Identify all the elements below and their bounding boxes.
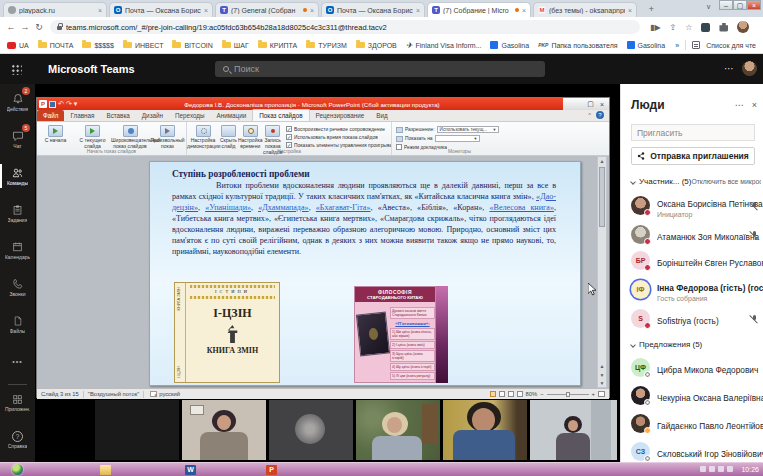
bookmark-gasolina-2[interactable]: Gasolina bbox=[627, 41, 666, 49]
bookmark-invest[interactable]: ИНВЕСТ bbox=[123, 42, 164, 49]
suggestion-row[interactable]: СЗ Скловський Ігор Зіновійовича bbox=[631, 442, 763, 461]
save-icon[interactable] bbox=[49, 101, 56, 108]
zoom-knob[interactable] bbox=[566, 392, 570, 397]
rail-item-chat[interactable]: Чат 5 bbox=[0, 121, 35, 158]
browser-profile-avatar[interactable] bbox=[737, 21, 749, 33]
video-tile-camera-off[interactable] bbox=[95, 400, 179, 460]
ribbon-tab-home[interactable]: Главная bbox=[64, 110, 100, 121]
ribbon-tab-design[interactable]: Дизайн bbox=[136, 110, 169, 121]
close-button[interactable]: × bbox=[747, 0, 761, 10]
browser-tab-playpack[interactable]: playpack.ru × bbox=[3, 2, 107, 17]
slide-canvas[interactable]: Ступінь розробленості проблеми Витоки пр… bbox=[149, 161, 581, 386]
mic-off-icon[interactable] bbox=[750, 201, 759, 210]
bookmark-shag[interactable]: ШАГ bbox=[222, 42, 249, 49]
suggestion-row[interactable]: ЦФ Цибра Микола Федорович bbox=[631, 358, 763, 377]
ribbon-tab-file[interactable]: Файл bbox=[37, 110, 64, 121]
ribbon-tab-review[interactable]: Рецензирование bbox=[310, 110, 371, 121]
system-tray[interactable] bbox=[700, 466, 733, 472]
ribbon-tab-animations[interactable]: Анимации bbox=[211, 110, 253, 121]
share-invitation-button[interactable]: Отправка приглашения bbox=[631, 147, 755, 165]
bookmark-user-folder[interactable]: PKPПапка пользователя bbox=[538, 42, 617, 49]
browser-tab-meeting-active[interactable]: T (7) Собрание | Micro × bbox=[427, 2, 531, 17]
language-indicator[interactable]: русский bbox=[159, 391, 180, 397]
rail-item-help[interactable]: ? Справка bbox=[0, 421, 35, 458]
btn-custom-show[interactable]: Произвольный показ bbox=[149, 124, 186, 150]
btn-broadcast[interactable]: Широковещательный показ слайдов bbox=[111, 124, 149, 150]
bookmark-kripta[interactable]: КРИПТА bbox=[258, 42, 298, 49]
extension-icon[interactable] bbox=[701, 23, 710, 32]
hyperlink-dhammapada[interactable]: «Дхаммапада» bbox=[258, 203, 308, 212]
app-launcher-waffle-icon[interactable] bbox=[11, 64, 22, 75]
qat-dropdown-icon[interactable]: ▾ bbox=[74, 100, 78, 108]
zoom-slider[interactable] bbox=[547, 394, 589, 395]
slideshow-view-icon[interactable] bbox=[517, 391, 523, 397]
tab-close-icon[interactable]: × bbox=[98, 7, 102, 14]
ribbon-tab-transitions[interactable]: Переходы bbox=[169, 110, 211, 121]
resolution-dropdown[interactable]: Использовать текущ...▾ bbox=[437, 126, 499, 133]
redo-icon[interactable]: ↷ bbox=[66, 100, 72, 108]
btn-from-beginning[interactable]: С начала bbox=[37, 124, 74, 144]
video-tile-participant-4[interactable] bbox=[356, 400, 440, 460]
mute-all-link[interactable]: Отключить все микрофоны bbox=[691, 178, 761, 185]
slide-sorter-icon[interactable] bbox=[499, 391, 505, 397]
people-close-icon[interactable]: × bbox=[752, 100, 757, 110]
btn-rehearse-timings[interactable]: Настройка времени bbox=[238, 124, 263, 150]
minimize-button[interactable]: – bbox=[719, 0, 733, 10]
bookmark-finland-visa[interactable]: ✈Finland Visa Inform... bbox=[406, 41, 482, 50]
next-slide-icon[interactable]: ▼ bbox=[598, 372, 606, 378]
tab-close-icon[interactable]: × bbox=[522, 7, 526, 14]
rail-item-calls[interactable]: Звонки bbox=[0, 269, 35, 306]
search-input[interactable] bbox=[234, 64, 537, 74]
participant-row[interactable]: S Sofistriya (гость) bbox=[631, 309, 763, 328]
bookmark-pochta[interactable]: ПОЧТА bbox=[38, 42, 74, 49]
scrollbar-thumb[interactable] bbox=[599, 167, 605, 227]
scroll-up-icon[interactable]: ▲ bbox=[598, 158, 606, 164]
spellcheck-icon[interactable] bbox=[150, 391, 157, 397]
ppt-close-button[interactable]: × bbox=[600, 101, 604, 108]
btn-setup-show[interactable]: Настройка демонстрации bbox=[187, 124, 219, 150]
suggestion-row[interactable]: Гайдаєнко Павло Леонтійович bbox=[631, 414, 763, 433]
rail-item-activity[interactable]: Действия 2 bbox=[0, 84, 35, 121]
slide-scrollbar[interactable]: ▲ ▲ ▼ ▼ bbox=[597, 156, 607, 388]
show-on-dropdown[interactable]: ▾ bbox=[435, 135, 480, 142]
collapse-ribbon-icon[interactable]: ^ bbox=[588, 112, 591, 118]
hyperlink-bhagavad-gita[interactable]: «Бхагават-Гіта» bbox=[316, 203, 371, 212]
hyperlink-velesova[interactable]: «Велесова книга» bbox=[489, 203, 554, 212]
video-tile-participant-5[interactable] bbox=[443, 400, 527, 460]
video-tile-participant-2[interactable] bbox=[182, 400, 266, 460]
video-tile-participant-6[interactable] bbox=[530, 400, 617, 460]
rail-item-apps[interactable]: Приложен. bbox=[0, 384, 35, 421]
fit-to-window-icon[interactable] bbox=[598, 391, 605, 397]
rail-item-files[interactable]: Файлы bbox=[0, 306, 35, 343]
share-icon[interactable]: ⇪ bbox=[670, 23, 677, 32]
reading-view-icon[interactable] bbox=[508, 391, 514, 397]
forward-button[interactable]: → bbox=[18, 22, 32, 32]
powerpoint-logo-icon[interactable]: P bbox=[39, 100, 47, 108]
prev-slide-icon[interactable]: ▲ bbox=[598, 363, 606, 369]
teams-more-icon[interactable]: ⋯ bbox=[724, 63, 734, 74]
bookmark-dollars[interactable]: $$$$$ bbox=[82, 42, 113, 49]
checkbox-play-narrations[interactable]: ✓Воспроизвести речевое сопровождение bbox=[286, 126, 391, 132]
ribbon-tab-insert[interactable]: Вставка bbox=[100, 110, 135, 121]
mic-off-icon[interactable] bbox=[750, 230, 759, 239]
bookmark-bitcoin[interactable]: BITCOIN bbox=[172, 42, 212, 49]
checkbox-show-controls[interactable]: ✓Показать элементы управления проигрыват… bbox=[286, 142, 391, 148]
btn-hide-slide[interactable]: Скрыть слайд bbox=[219, 124, 238, 150]
tab-close-icon[interactable]: × bbox=[628, 7, 632, 14]
browser-tab-gmail[interactable]: M (без темы) - oksanapnpu × bbox=[533, 2, 637, 17]
undo-icon[interactable]: ↶ bbox=[58, 100, 64, 108]
ppt-help-icon[interactable]: ? bbox=[596, 111, 604, 119]
participant-row-self[interactable]: ІФ Інна Федорова (гість) (гость)Гость со… bbox=[631, 277, 763, 302]
participant-row[interactable]: Оксана Борисівна ПетіноваИнициатор bbox=[631, 193, 763, 218]
browser-tab-mail-1[interactable]: O Почта — Оксана Борис × bbox=[109, 2, 213, 17]
participant-row[interactable]: БР Борінштейн Євген Руславович bbox=[631, 251, 763, 270]
ribbon-tab-slideshow[interactable]: Показ слайдов bbox=[252, 109, 309, 121]
extensions-puzzle-icon[interactable] bbox=[719, 23, 728, 32]
bookmarks-overflow-chevron[interactable]: » bbox=[675, 42, 679, 49]
ribbon-tab-view[interactable]: Вид bbox=[370, 110, 393, 121]
people-more-icon[interactable]: ⋯ bbox=[735, 100, 744, 110]
rail-item-teams[interactable]: Команды bbox=[0, 158, 35, 195]
zoom-in-icon[interactable]: + bbox=[592, 391, 595, 397]
taskbar-powerpoint-icon[interactable]: P bbox=[266, 465, 277, 475]
video-tile-participant-3[interactable] bbox=[269, 400, 353, 460]
